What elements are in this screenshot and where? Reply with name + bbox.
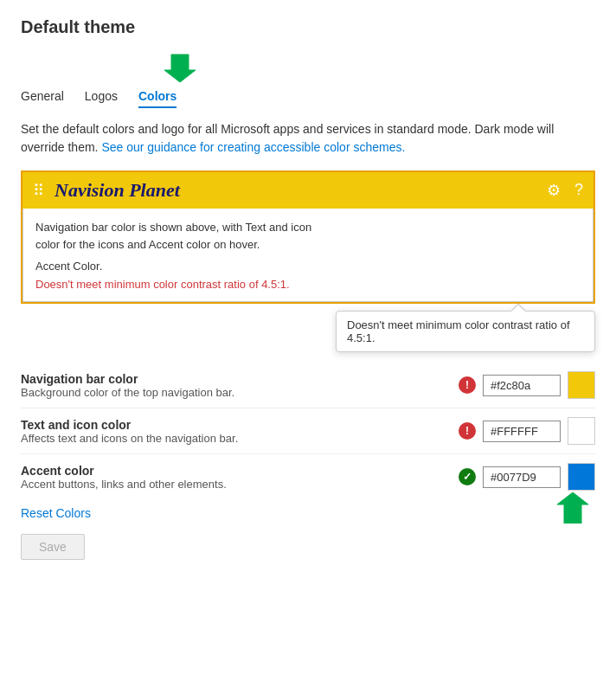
contrast-warning: Doesn't meet minimum color contrast rati… bbox=[35, 278, 581, 291]
green-up-arrow-icon bbox=[557, 492, 588, 524]
accent-status-icon: ✓ bbox=[459, 468, 476, 485]
color-settings: Navigation bar color Background color of… bbox=[21, 363, 595, 499]
accent-color-row: Accent color Accent buttons, links and o… bbox=[21, 453, 595, 499]
nav-bar-color-subtitle: Background color of the top navigation b… bbox=[21, 386, 459, 399]
text-icon-color-swatch[interactable] bbox=[568, 417, 595, 445]
text-icon-status-icon: ! bbox=[459, 422, 476, 440]
accent-color-title: Accent color bbox=[21, 464, 459, 478]
nav-bar-status-icon: ! bbox=[459, 376, 476, 394]
tab-general[interactable]: General bbox=[21, 89, 64, 106]
accent-hex-input[interactable] bbox=[483, 466, 561, 488]
text-icon-hex-input[interactable] bbox=[483, 421, 561, 442]
svg-marker-1 bbox=[557, 492, 588, 524]
description-text: Set the default colors and logo for all … bbox=[21, 120, 595, 157]
accent-label: Accent Color. bbox=[35, 260, 581, 273]
waffle-icon: ⠿ bbox=[33, 181, 44, 200]
nav-brand-title: Navision Planet bbox=[55, 179, 536, 202]
green-down-arrow-icon bbox=[164, 51, 196, 82]
save-button[interactable]: Save bbox=[21, 534, 85, 560]
accent-color-swatch[interactable] bbox=[568, 463, 595, 491]
tooltip-bubble: Doesn't meet minimum color contrast rati… bbox=[336, 311, 595, 352]
tab-colors[interactable]: Colors bbox=[138, 89, 176, 106]
nav-bar-color-row: Navigation bar color Background color of… bbox=[21, 363, 595, 408]
nav-icons-group: ⚙ ? bbox=[547, 181, 583, 200]
text-icon-color-subtitle: Affects text and icons on the navigation… bbox=[21, 432, 459, 445]
page-title: Default theme bbox=[21, 17, 595, 37]
nav-bar-label-group: Navigation bar color Background color of… bbox=[21, 372, 459, 399]
nav-bar-color-swatch[interactable] bbox=[568, 371, 595, 399]
settings-icon: ⚙ bbox=[547, 181, 561, 200]
nav-bar-simulation: ⠿ Navision Planet ⚙ ? bbox=[22, 172, 594, 209]
bottom-section: Reset Colors Save bbox=[21, 499, 595, 560]
svg-marker-0 bbox=[164, 55, 196, 82]
help-icon: ? bbox=[574, 181, 583, 200]
tab-logos[interactable]: Logos bbox=[85, 89, 118, 106]
text-icon-controls: ! bbox=[459, 417, 595, 445]
accent-color-subtitle: Accent buttons, links and other elements… bbox=[21, 478, 459, 491]
nav-preview: ⠿ Navision Planet ⚙ ? Navigation bar col… bbox=[21, 170, 595, 304]
accessibility-link[interactable]: See our guidance for creating accessible… bbox=[101, 140, 405, 154]
text-icon-label-group: Text and icon color Affects text and ico… bbox=[21, 418, 459, 445]
nav-bar-color-title: Navigation bar color bbox=[21, 372, 459, 386]
accent-controls: ✓ bbox=[459, 463, 595, 491]
nav-bar-hex-input[interactable] bbox=[483, 375, 561, 396]
reset-colors-link[interactable]: Reset Colors bbox=[21, 506, 91, 520]
nav-desc-line1: Navigation bar color is shown above, wit… bbox=[35, 219, 581, 253]
nav-bar-controls: ! bbox=[459, 371, 595, 399]
nav-description-box: Navigation bar color is shown above, wit… bbox=[22, 209, 594, 302]
accent-label-group: Accent color Accent buttons, links and o… bbox=[21, 464, 459, 491]
text-icon-color-title: Text and icon color bbox=[21, 418, 459, 432]
text-icon-color-row: Text and icon color Affects text and ico… bbox=[21, 408, 595, 453]
